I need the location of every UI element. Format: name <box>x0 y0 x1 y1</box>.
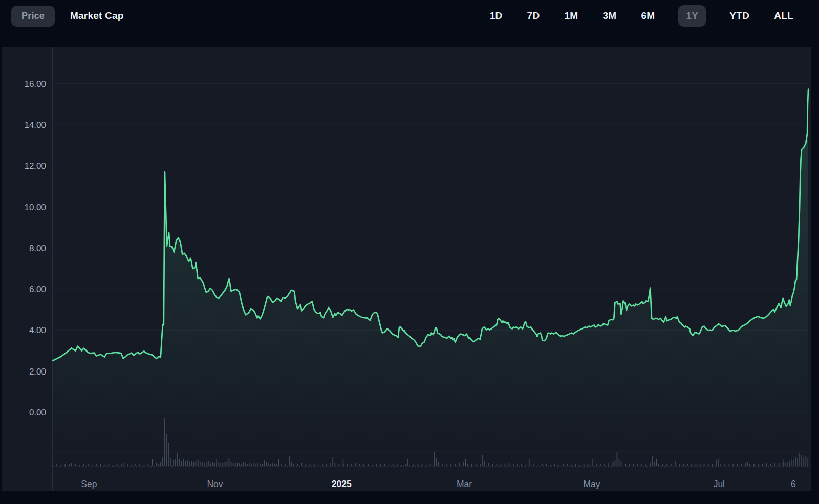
volume-bar <box>278 463 279 466</box>
volume-bar <box>109 464 110 466</box>
volume-bar <box>69 464 70 466</box>
volume-bar <box>662 464 663 466</box>
volume-bar <box>330 463 331 466</box>
volume-bar <box>617 452 618 466</box>
volume-bar <box>745 463 746 466</box>
volume-bar <box>338 464 339 466</box>
volume-bar <box>220 463 221 466</box>
volume-bar <box>202 462 203 466</box>
volume-bar <box>359 464 360 466</box>
volume-bar <box>227 461 228 466</box>
volume-bar <box>274 464 275 466</box>
x-axis-label: May <box>583 479 600 489</box>
volume-bar <box>785 463 786 466</box>
volume-bar <box>117 464 118 466</box>
y-axis-label: 6.00 <box>29 284 46 294</box>
volume-bar <box>426 465 427 466</box>
volume-bar <box>170 458 171 466</box>
volume-bar <box>749 464 750 466</box>
volume-bar <box>351 464 352 466</box>
volume-bar <box>88 464 89 466</box>
y-axis-label: 0.00 <box>29 408 46 418</box>
price-area-fill <box>53 89 808 445</box>
volume-bar <box>724 464 725 466</box>
volume-bar <box>216 463 217 466</box>
price-chart-canvas[interactable]: 16.0014.0012.0010.008.006.004.002.000.00… <box>0 0 819 504</box>
volume-bar <box>239 463 240 466</box>
y-axis-label: 14.00 <box>24 120 46 130</box>
volume-bar <box>212 462 213 466</box>
volume-bar <box>224 462 225 466</box>
volume-bar <box>355 463 356 466</box>
volume-bar <box>168 443 169 466</box>
volume-bar <box>173 460 174 466</box>
volume-bar <box>218 462 219 466</box>
volume-bar <box>482 455 483 466</box>
volume-bar <box>766 463 767 466</box>
volume-bar <box>276 464 277 466</box>
volume-bar <box>476 464 477 466</box>
volume-bar <box>652 456 653 466</box>
volume-bar <box>235 462 236 466</box>
x-axis-label: 2025 <box>332 479 352 489</box>
volume-bar <box>193 462 195 466</box>
volume-bar <box>600 464 601 466</box>
volume-bar <box>467 464 468 466</box>
y-axis-label: 12.00 <box>24 161 46 171</box>
volume-bar <box>604 464 605 466</box>
volume-bar <box>571 465 572 466</box>
volume-bar <box>179 459 180 466</box>
volume-bar <box>222 463 223 466</box>
x-axis-label: Jul <box>714 479 725 489</box>
volume-bar <box>262 464 263 466</box>
volume-bar <box>266 462 267 466</box>
volume-bar <box>241 464 242 466</box>
volume-bar <box>289 456 290 466</box>
volume-bar <box>584 464 585 466</box>
volume-bar <box>175 459 176 466</box>
volume-bar <box>255 464 256 466</box>
volume-bar <box>372 465 373 466</box>
volume-bar <box>272 463 273 466</box>
volume-bar <box>156 463 157 466</box>
volume-bar <box>83 464 84 466</box>
volume-bar <box>281 464 282 466</box>
x-axis-label: Sep <box>81 479 97 489</box>
volume-bar <box>455 464 456 466</box>
volume-bar <box>104 465 105 466</box>
x-axis-label: 6 <box>791 479 796 489</box>
volume-bar <box>747 462 748 466</box>
volume-bar <box>131 465 132 466</box>
volume-bar <box>158 464 159 466</box>
volume-bar <box>384 464 385 466</box>
volume-bar <box>198 460 199 466</box>
volume-bar <box>245 463 246 466</box>
volume-bar <box>123 463 124 466</box>
volume-bar <box>805 456 806 466</box>
volume-bar <box>318 465 319 466</box>
volume-bar <box>779 463 780 466</box>
volume-bar <box>687 464 688 466</box>
y-axis-label: 10.00 <box>24 203 46 212</box>
volume-bar <box>608 463 609 466</box>
volume-bar <box>509 463 510 466</box>
volume-bar <box>183 459 184 466</box>
volume-bar <box>446 464 447 466</box>
volume-bar <box>56 464 57 466</box>
volume-bar <box>249 463 250 466</box>
volume-bar <box>538 465 539 466</box>
x-axis-label: Nov <box>207 479 223 489</box>
volume-bar <box>783 462 784 466</box>
volume-bar <box>231 462 232 466</box>
volume-bar <box>633 464 634 466</box>
volume-bar <box>291 462 292 466</box>
volume-bar <box>797 458 798 466</box>
volume-bar <box>488 463 489 466</box>
volume-bar <box>343 464 344 466</box>
volume-bar <box>208 461 209 466</box>
volume-bar <box>206 462 207 466</box>
volume-bar <box>189 462 190 466</box>
volume-bar <box>260 464 261 466</box>
volume-bar <box>229 458 230 466</box>
volume-bar <box>405 464 406 466</box>
